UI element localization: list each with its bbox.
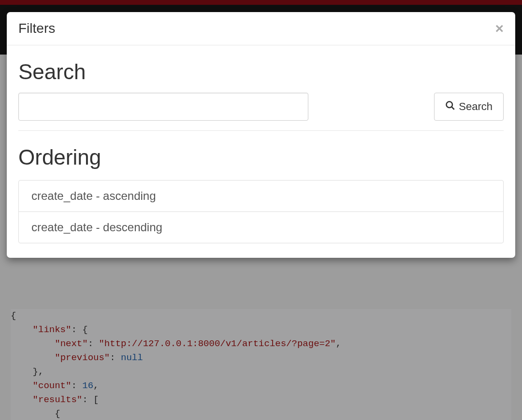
close-icon[interactable]: ×	[495, 21, 504, 36]
search-input[interactable]	[18, 93, 308, 121]
ordering-option-asc[interactable]: create_date - ascending	[19, 181, 503, 211]
ordering-option-desc[interactable]: create_date - descending	[19, 211, 503, 243]
search-icon	[445, 100, 455, 113]
svg-line-1	[452, 107, 454, 110]
modal-title: Filters	[18, 21, 55, 36]
ordering-list: create_date - ascending create_date - de…	[18, 180, 504, 243]
search-button-label: Search	[459, 100, 493, 113]
search-button[interactable]: Search	[434, 93, 504, 121]
ordering-heading: Ordering	[18, 145, 504, 169]
search-heading: Search	[18, 60, 504, 84]
divider	[18, 130, 504, 131]
svg-point-0	[447, 102, 453, 108]
filters-modal: Filters × Search Search Ordering create_…	[7, 12, 515, 258]
